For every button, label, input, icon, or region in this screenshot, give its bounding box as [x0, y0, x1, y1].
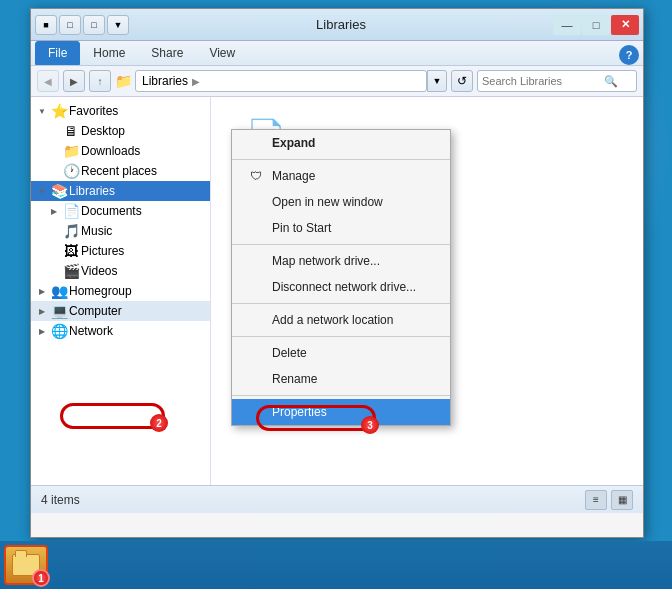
desktop-label: Desktop: [81, 124, 125, 138]
view-list-button[interactable]: ≡: [585, 490, 607, 510]
computer-icon: 💻: [51, 303, 67, 319]
minimize-button[interactable]: —: [553, 15, 581, 35]
quick-access-btn-3[interactable]: □: [83, 15, 105, 35]
ctx-open-new-window[interactable]: Open in new window: [232, 189, 450, 215]
favorites-icon: ⭐: [51, 103, 67, 119]
homegroup-expander[interactable]: ▶: [35, 284, 49, 298]
sidebar-item-recent-places[interactable]: 🕐 Recent places: [31, 161, 210, 181]
ctx-expand[interactable]: Expand: [232, 130, 450, 156]
sidebar-item-documents[interactable]: ▶ 📄 Documents: [31, 201, 210, 221]
ctx-pin-icon: [248, 220, 264, 236]
ctx-rename-label: Rename: [272, 372, 317, 386]
ctx-add-network[interactable]: Add a network location: [232, 307, 450, 333]
view-grid-button[interactable]: ▦: [611, 490, 633, 510]
window-controls: — □ ✕: [553, 15, 639, 35]
quick-access-dropdown[interactable]: ▼: [107, 15, 129, 35]
computer-label: Computer: [69, 304, 122, 318]
sidebar: ▼ ⭐ Favorites 🖥 Desktop 📁 Downloads 🕐 Re…: [31, 97, 211, 485]
ctx-expand-label: Expand: [272, 136, 315, 150]
ctx-properties-label: Properties: [272, 405, 327, 419]
taskbar-file-explorer[interactable]: 1: [4, 545, 48, 585]
sidebar-item-network[interactable]: ▶ 🌐 Network: [31, 321, 210, 341]
sidebar-item-videos[interactable]: 🎬 Videos: [31, 261, 210, 281]
path-text: Libraries: [142, 74, 188, 88]
videos-expander: [47, 264, 61, 278]
help-button[interactable]: ?: [619, 45, 639, 65]
maximize-button[interactable]: □: [582, 15, 610, 35]
ctx-sep-2: [232, 244, 450, 245]
ctx-properties[interactable]: Properties: [232, 399, 450, 425]
ctx-open-icon: [248, 194, 264, 210]
docs-label: Documents: [81, 204, 142, 218]
tab-view[interactable]: View: [196, 41, 248, 65]
downloads-label: Downloads: [81, 144, 140, 158]
ctx-manage[interactable]: 🛡 Manage: [232, 163, 450, 189]
ctx-disconnect-icon: [248, 279, 264, 295]
pictures-icon: 🖼: [63, 243, 79, 259]
tab-home[interactable]: Home: [80, 41, 138, 65]
libraries-icon: 📚: [51, 183, 67, 199]
tab-file[interactable]: File: [35, 41, 80, 65]
ribbon-tabs: File Home Share View ?: [31, 41, 643, 65]
ctx-rename[interactable]: Rename: [232, 366, 450, 392]
path-chevron: ▶: [192, 76, 200, 87]
context-menu: Expand 🛡 Manage Open in new window Pin t…: [231, 129, 451, 426]
ctx-delete-icon: [248, 345, 264, 361]
computer-expander[interactable]: ▶: [35, 304, 49, 318]
libraries-label: Libraries: [69, 184, 115, 198]
search-input[interactable]: [482, 75, 602, 87]
ctx-manage-icon: 🛡: [248, 168, 264, 184]
sidebar-item-music[interactable]: 🎵 Music: [31, 221, 210, 241]
downloads-icon: 📁: [63, 143, 79, 159]
docs-expander[interactable]: ▶: [47, 204, 61, 218]
sidebar-item-homegroup[interactable]: ▶ 👥 Homegroup: [31, 281, 210, 301]
recent-expander: [47, 164, 61, 178]
network-expander[interactable]: ▶: [35, 324, 49, 338]
back-button[interactable]: ◀: [37, 70, 59, 92]
up-button[interactable]: ↑: [89, 70, 111, 92]
favorites-expander[interactable]: ▼: [35, 104, 49, 118]
taskbar: 1: [0, 541, 672, 589]
ctx-sep-3: [232, 303, 450, 304]
search-box: 🔍: [477, 70, 637, 92]
statusbar: 4 items ≡ ▦: [31, 485, 643, 513]
videos-icon: 🎬: [63, 263, 79, 279]
quick-access-btn-2[interactable]: □: [59, 15, 81, 35]
ctx-add-label: Add a network location: [272, 313, 393, 327]
sidebar-item-libraries[interactable]: ▼ 📚 Libraries: [31, 181, 210, 201]
ctx-map-label: Map network drive...: [272, 254, 380, 268]
forward-button[interactable]: ▶: [63, 70, 85, 92]
view-controls: ≡ ▦: [585, 490, 633, 510]
ctx-rename-icon: [248, 371, 264, 387]
ctx-expand-icon: [248, 135, 264, 151]
ctx-manage-label: Manage: [272, 169, 315, 183]
quick-access-toolbar: ■ □ □ ▼: [35, 15, 129, 35]
homegroup-icon: 👥: [51, 283, 67, 299]
ctx-add-icon: [248, 312, 264, 328]
sidebar-item-favorites[interactable]: ▼ ⭐ Favorites: [31, 101, 210, 121]
close-button[interactable]: ✕: [611, 15, 639, 35]
refresh-button[interactable]: ↺: [451, 70, 473, 92]
search-icon[interactable]: 🔍: [604, 75, 618, 88]
ctx-map-drive[interactable]: Map network drive...: [232, 248, 450, 274]
ctx-delete[interactable]: Delete: [232, 340, 450, 366]
sidebar-item-computer[interactable]: ▶ 💻 Computer: [31, 301, 210, 321]
address-path[interactable]: Libraries ▶: [135, 70, 427, 92]
address-dropdown-btn[interactable]: ▼: [427, 70, 447, 92]
tab-share[interactable]: Share: [138, 41, 196, 65]
libraries-expander[interactable]: ▼: [35, 184, 49, 198]
quick-access-btn-1[interactable]: ■: [35, 15, 57, 35]
ctx-pin-start[interactable]: Pin to Start: [232, 215, 450, 241]
network-icon: 🌐: [51, 323, 67, 339]
ctx-sep-5: [232, 395, 450, 396]
sidebar-item-pictures[interactable]: 🖼 Pictures: [31, 241, 210, 261]
ctx-properties-icon: [248, 404, 264, 420]
favorites-label: Favorites: [69, 104, 118, 118]
desktop-expander: [47, 124, 61, 138]
desktop-icon: 🖥: [63, 123, 79, 139]
sidebar-item-downloads[interactable]: 📁 Downloads: [31, 141, 210, 161]
ctx-disconnect-drive[interactable]: Disconnect network drive...: [232, 274, 450, 300]
sidebar-item-desktop[interactable]: 🖥 Desktop: [31, 121, 210, 141]
music-icon: 🎵: [63, 223, 79, 239]
ctx-sep-1: [232, 159, 450, 160]
